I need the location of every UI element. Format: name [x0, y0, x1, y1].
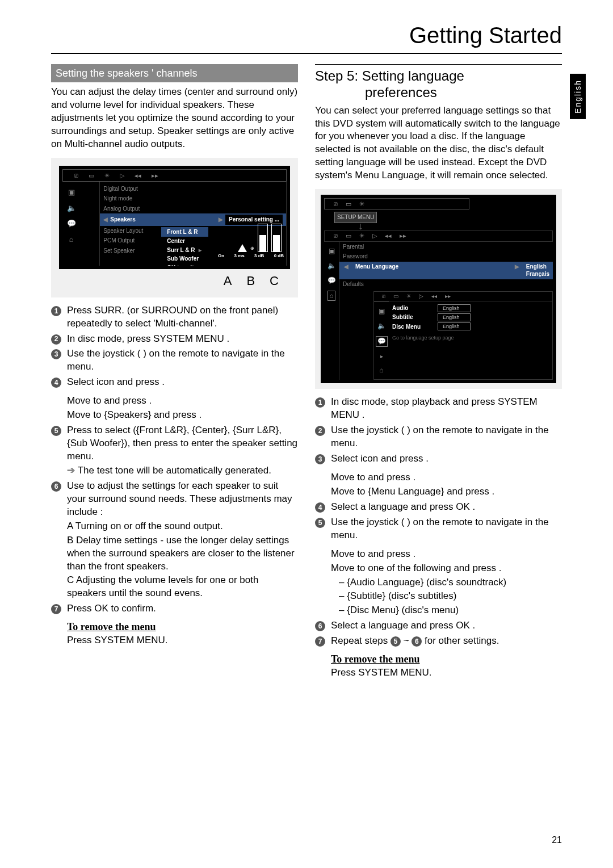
osd-top-icons: ⎚ ▭ ✳ ▷ ◂◂ ▸▸: [62, 169, 287, 182]
lang-label: Audio: [392, 304, 421, 312]
step-dash: – {Audio Language} (disc's soundtrack): [331, 576, 562, 589]
step-line: A Turning on or off the sound output.: [67, 520, 298, 533]
screen-icon: ▭: [89, 171, 94, 180]
osd2-nested: ⎚ ▭ ✳ ▷ ◂◂ ▸▸ ▣ �: [373, 291, 553, 380]
step-arrow-text: The test tone will be automatically gene…: [78, 465, 271, 476]
step-number: 4: [51, 378, 61, 388]
step-sub: Move to and press .: [331, 471, 562, 484]
step-text: Use the joystick ( ) on the remote to na…: [67, 348, 285, 372]
remove-text: Press SYSTEM MENU.: [331, 666, 562, 680]
osd2-inner-top-icons: ⎚ ▭ ✳ ▷ ◂◂ ▸▸: [325, 231, 552, 241]
lang-label: Subtitle: [392, 313, 421, 321]
chevron-left-icon: ◀: [103, 216, 108, 224]
page-title: Getting Started: [51, 23, 562, 54]
step-number: 3: [315, 454, 325, 464]
forward-icon: ▸▸: [400, 232, 406, 240]
osd-sub-item: Sub Woofer: [161, 254, 208, 263]
home-icon: ⌂: [379, 366, 383, 375]
step-text: Select icon and press .: [331, 453, 429, 464]
step-text: In disc mode, press SYSTEM MENU .: [67, 333, 229, 344]
step-text: In disc mode, stop playback and press SY…: [331, 396, 538, 420]
step-number: 4: [315, 502, 325, 513]
step-number: 1: [315, 397, 325, 408]
osd-item: Night mode: [100, 194, 286, 204]
forward-icon: ▸▸: [445, 292, 451, 300]
lang-option: English: [526, 263, 549, 271]
left-column: Setting the speakers ' channels You can …: [51, 64, 298, 681]
lang-value: English: [438, 322, 471, 330]
step-number: 6: [51, 481, 61, 492]
label-a: A: [224, 272, 232, 290]
graph-label: 0 dB: [274, 253, 284, 259]
rewind-icon: ◂◂: [135, 171, 141, 180]
osd2-top-icons: ⎚ ▭ ✳: [324, 198, 469, 209]
graph-label: 3 dB: [254, 253, 264, 259]
step-number: 1: [51, 306, 61, 316]
step-text: Press to select ({Front L&R}, {Center}, …: [67, 425, 297, 462]
play-icon: ▷: [372, 232, 377, 240]
osd-screenshot: ⎚ ▭ ✳ ▷ ◂◂ ▸▸ ▣ 🔈 💬 ⌂: [51, 158, 298, 297]
osd2-item-selected: ◀ Menu Language ▶ English Français: [339, 262, 553, 279]
step-line: C Adjusting the volume levels for one or…: [67, 574, 298, 600]
step-text: Select a language and press OK .: [331, 620, 475, 631]
chevron-icon: ▸: [198, 246, 203, 254]
play-icon: ▷: [120, 171, 124, 180]
screen-icon: ▭: [393, 292, 398, 300]
rewind-icon: ◂◂: [431, 292, 437, 300]
step-text: Use the joystick ( ) on the remote to na…: [331, 425, 549, 448]
home-icon: ⌂: [69, 234, 74, 245]
speaker-icon: 🔈: [328, 261, 336, 270]
step-sub: Move to {Speakers} and press .: [67, 409, 298, 422]
setup-menu-label: SETUP MENU: [334, 212, 377, 223]
chevron-right-icon: ▶: [514, 263, 520, 278]
chevron-icon: ▸: [379, 353, 384, 360]
temp-icon: ✳: [359, 232, 364, 240]
remove-heading: To remove the menu: [331, 652, 562, 666]
rewind-icon: ◂◂: [385, 232, 392, 240]
lang-option: Français: [526, 270, 549, 278]
steps-list: 1Press SURR. (or SURROUND on the front p…: [51, 304, 298, 647]
triangle-icon: [238, 244, 247, 252]
bar-icon: [258, 224, 268, 252]
osd2-item: Password: [339, 251, 553, 262]
sliders-icon: ⎚: [334, 232, 338, 240]
lang-value: English: [438, 304, 471, 312]
bar-icon: [271, 224, 282, 252]
step-text: Use to adjust the settings for each spea…: [67, 480, 292, 517]
columns: Setting the speakers ' channels You can …: [51, 64, 562, 681]
step-sub: Move to and press .: [331, 548, 562, 561]
step-text: Use the joystick ( ) on the remote to na…: [331, 517, 549, 540]
step-ref: 6: [412, 636, 422, 647]
osd2-item: Parental: [339, 242, 553, 252]
step-sub: Move to one of the following and press .: [331, 562, 562, 575]
person-icon: ▣: [68, 187, 75, 198]
step-text-mid: ~: [404, 635, 409, 646]
label-b: B: [246, 272, 255, 290]
screen-icon: ▭: [346, 200, 351, 208]
steps-list: 1In disc mode, stop playback and press S…: [315, 396, 562, 679]
step-sub: Move to and press .: [67, 395, 298, 408]
step-dash: – {Disc Menu} (disc's menu): [331, 604, 562, 617]
osd2-item: Defaults: [339, 279, 553, 290]
step-line: B Delay time settings - use the longer d…: [67, 534, 298, 573]
graph-label: On: [218, 253, 224, 259]
language-tab: English: [570, 74, 586, 119]
osd-left-icons: ▣ 🔈 💬 ⌂: [62, 182, 80, 266]
step-text: Press SURR. (or SURROUND on the front pa…: [67, 305, 278, 329]
step-number: 3: [51, 349, 61, 359]
lang-value: English: [438, 313, 471, 321]
remove-text: Press SYSTEM MENU.: [67, 634, 298, 647]
lang-icon: 💬: [67, 219, 76, 229]
abc-labels: A B C: [59, 269, 290, 290]
temp-icon: ✳: [406, 292, 411, 300]
page: Getting Started English Setting the spea…: [0, 0, 613, 868]
label-c: C: [270, 272, 279, 290]
step-text: Repeat steps: [331, 635, 391, 646]
graph-label: 3 ms: [234, 253, 244, 259]
step-text: Select icon and press .: [67, 376, 165, 387]
osd2-item-label: Menu Language: [355, 263, 398, 278]
right-column: Step 5: Setting language preferences You…: [315, 64, 562, 681]
lang-label: Disc Menu: [392, 323, 421, 331]
lang-icon: 💬: [376, 336, 388, 346]
play-icon: ▷: [419, 292, 423, 300]
